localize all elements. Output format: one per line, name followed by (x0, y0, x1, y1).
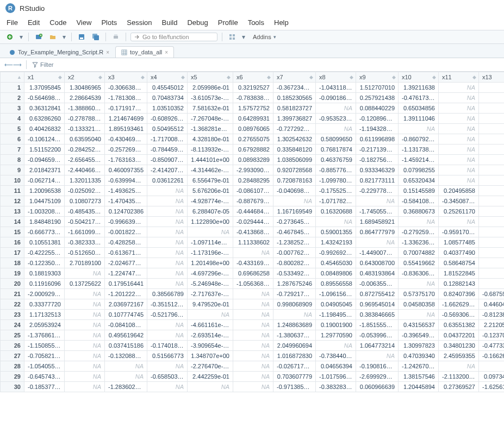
cell[interactable]: NA (147, 382, 188, 392)
addins-menu[interactable]: Addins ▾ (253, 34, 276, 40)
cell[interactable]: -0.68759684 (479, 289, 505, 299)
cell[interactable]: NA (65, 268, 105, 279)
table-row[interactable]: 30-0.18537797NA-1.283602204NANANA-0.9713… (1, 382, 505, 392)
cell[interactable]: -0.50421713 (65, 217, 105, 227)
cell[interactable]: -1.19849586 (316, 310, 356, 320)
cell[interactable]: -0.70582139 (24, 351, 65, 361)
cell[interactable]: -0.39654974 (399, 330, 439, 341)
table-row[interactable]: 26-1.15085557NA0.037415186-0.17401823-3.… (1, 341, 505, 351)
cell[interactable]: NA (233, 330, 273, 341)
cell[interactable]: -0.56469817 (24, 93, 65, 103)
cell[interactable]: 0.07998255 (399, 165, 439, 175)
cell[interactable]: -1.224747950 (105, 268, 147, 279)
cell[interactable]: 0.08489806 (316, 268, 356, 279)
cell[interactable]: 0.13725622 (65, 279, 105, 289)
cell[interactable]: -0.58410897 (399, 196, 439, 206)
cell[interactable]: 1.689458921 (356, 217, 399, 227)
cell[interactable]: -0.727292059 (273, 124, 316, 134)
menu-file[interactable]: File (7, 18, 18, 27)
cell[interactable]: 0.872755412 (356, 289, 399, 299)
cell[interactable]: -0.28425292 (65, 145, 105, 155)
table-row[interactable]: 160.10551381-0.38233373-0.428258881NA-1.… (1, 237, 505, 248)
cell[interactable]: -2.41420765 (147, 165, 188, 175)
cell[interactable]: -0.026717464 (273, 361, 316, 372)
cell[interactable]: -0.17552587 (316, 186, 356, 196)
col-header-x7[interactable]: x7◆ (273, 72, 316, 83)
cell[interactable]: -0.73844075 (316, 351, 356, 361)
cell[interactable]: -0.430469132 (105, 134, 147, 145)
cell[interactable]: -0.800282178 (273, 258, 316, 268)
save-button[interactable] (76, 32, 87, 42)
cell[interactable]: 1.20445894 (399, 382, 439, 392)
cell[interactable]: NA (439, 124, 479, 134)
cell[interactable]: -0.171917356 (105, 103, 147, 114)
cell[interactable]: NA (233, 299, 273, 310)
cell[interactable]: 1.57572752 (233, 103, 273, 114)
cell[interactable]: -0.51265026 (65, 248, 105, 258)
cell[interactable]: NA (105, 361, 147, 372)
rownum-header[interactable]: ▲ (1, 72, 24, 83)
cell[interactable]: -1.09615624 (316, 289, 356, 299)
cell[interactable]: NA (439, 175, 479, 186)
cell[interactable]: 2.05953924 (24, 320, 65, 330)
nav-back-button[interactable]: ⟵ (4, 61, 12, 68)
menu-debug[interactable]: Debug (187, 18, 208, 27)
cell[interactable]: 0.65320434 (399, 175, 439, 186)
cell[interactable]: 0.51566773 (147, 351, 188, 361)
cell[interactable]: 0.76817874 (316, 145, 356, 155)
table-row[interactable]: 11.370958451.30486965-0.3066385940.45545… (1, 83, 505, 93)
table-row[interactable]: 2-0.564698172.28664539-1.7813084340.7048… (1, 93, 505, 103)
cell[interactable]: 0.04905045 (316, 299, 356, 310)
cell[interactable]: -0.27878877 (65, 114, 105, 124)
cell[interactable]: 2.01842371 (24, 165, 65, 175)
table-row[interactable]: 200.119160960.137256220.179516441NA-5.24… (1, 279, 505, 289)
cell[interactable]: NA (147, 361, 188, 372)
cell[interactable]: 1.201498e+00 (188, 258, 233, 268)
cell[interactable]: -1.24267027 (399, 361, 439, 372)
cell[interactable]: 0.088440229 (356, 103, 399, 114)
data-grid[interactable]: ▲x1◆x2◆x3◆x4◆x5◆x6◆x7◆x8◆x9◆x10◆x11◆x13◆… (0, 72, 504, 392)
cell[interactable]: 2.28664539 (65, 93, 105, 103)
table-row[interactable]: 13-1.00320865-0.485435240.124702386NA6.2… (1, 206, 505, 217)
cell[interactable]: NA (479, 279, 505, 289)
cell[interactable]: NA (147, 330, 188, 341)
cell[interactable]: 1.04475109 (24, 196, 65, 206)
cell[interactable]: NA (147, 206, 188, 217)
col-header-x4[interactable]: x4◆ (147, 72, 188, 83)
cell[interactable]: NA (479, 196, 505, 206)
cell[interactable]: 0.107774745 (105, 310, 147, 320)
cell[interactable]: NA (233, 361, 273, 372)
nav-forward-button[interactable]: ⟶ (13, 61, 21, 68)
col-header-x6[interactable]: x6◆ (233, 72, 273, 83)
cell[interactable]: 0.185230565 (273, 93, 316, 103)
col-header-x1[interactable]: x1◆ (24, 72, 65, 83)
cell[interactable]: -0.38328396 (316, 382, 356, 392)
cell[interactable]: -0.42225588 (24, 248, 65, 258)
cell[interactable]: -0.41386885 (233, 227, 273, 237)
cell[interactable]: 0.64289931 (233, 114, 273, 124)
cell[interactable]: -1.04311894 (316, 83, 356, 93)
cell[interactable]: NA (439, 134, 479, 145)
table-row[interactable]: 92.01842371-2.440466930.460097355-2.4142… (1, 165, 505, 175)
cell[interactable]: 0.55419662 (399, 258, 439, 268)
cell[interactable]: 7.581632e-01 (188, 103, 233, 114)
cell[interactable]: NA (479, 227, 505, 237)
cell[interactable]: -2.00092924 (24, 289, 65, 299)
cell[interactable]: 0.03612261 (147, 175, 188, 186)
cell[interactable]: -0.56930634 (439, 310, 479, 320)
cell[interactable]: 0.04656394 (316, 361, 356, 372)
cell[interactable]: 0.25261170 (439, 206, 479, 217)
cell[interactable]: -4.314462e-01 (188, 165, 233, 175)
cell[interactable]: NA (147, 217, 188, 227)
cell[interactable]: 0.58099650 (316, 134, 356, 145)
cell[interactable]: NA (147, 279, 188, 289)
table-row[interactable]: 6-0.106124520.63595040-0.430469132-1.717… (1, 134, 505, 145)
cell[interactable]: 1.38157546 (399, 372, 439, 382)
cell[interactable]: 0.20495858 (439, 186, 479, 196)
cell[interactable]: NA (273, 310, 316, 320)
cell[interactable]: 0.10807273 (65, 196, 105, 206)
cell[interactable]: -0.467845325 (273, 227, 316, 237)
cell[interactable]: -0.006355626 (356, 279, 399, 289)
table-row[interactable]: 15-0.66677341-1.66109908-0.001822614NANA… (1, 227, 505, 237)
cell[interactable]: -0.08610730 (233, 186, 273, 196)
